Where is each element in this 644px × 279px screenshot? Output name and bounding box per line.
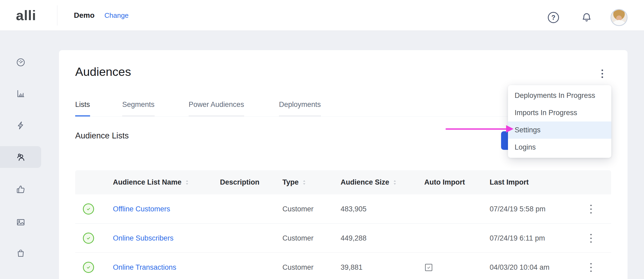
kebab-dot [601,73,603,75]
workspace-name: Demo [74,0,95,31]
last-import-cell: 04/03/20 10:04 am [490,253,549,279]
column-header-audience-list-name[interactable]: Audience List Name [113,170,189,194]
row-options-menu-button[interactable] [584,202,598,216]
tab-power-audiences[interactable]: Power Audiences [189,100,244,117]
table-row: Offline Customers Customer 483,905 07/24… [75,194,611,224]
alli-logo: alli [16,0,36,31]
section-title: Audience Lists [75,131,129,141]
kebab-dot [590,271,592,272]
size-cell: 449,288 [341,224,367,253]
menu-item-logins[interactable]: Logins [508,139,611,156]
column-header-last-import: Last Import [490,170,529,194]
sidebar-item-dashboard[interactable] [0,51,41,73]
kebab-dot [590,205,592,206]
audiences-people-icon [16,152,26,162]
page-title: Audiences [75,65,131,79]
audience-list-link[interactable]: Online Subscribers [113,224,173,253]
type-cell: Customer [282,224,313,253]
notifications-button[interactable] [581,12,592,24]
kebab-dot [590,212,592,213]
tab-deployments[interactable]: Deployments [279,100,321,117]
row-options-menu-button[interactable] [584,231,598,246]
status-imported-icon [83,262,94,273]
bell-icon [581,12,592,24]
kebab-dot [601,76,603,78]
menu-item-settings[interactable]: Settings [508,121,611,139]
table-row: Online Subscribers Customer 449,288 07/2… [75,224,611,253]
menu-item-deployments-in-progress[interactable]: Deployments In Progress [508,87,611,104]
audience-lists-table: Audience List Name Description Type Audi… [75,170,611,279]
lightning-icon [16,120,26,130]
sort-icon[interactable] [185,180,189,185]
auto-import-checkbox[interactable] [425,264,432,271]
change-workspace-link[interactable]: Change [104,0,129,31]
avatar[interactable] [611,9,628,26]
tab-lists[interactable]: Lists [75,100,90,117]
last-import-cell: 07/24/19 5:58 pm [490,194,545,224]
tab-segments[interactable]: Segments [122,100,155,117]
audience-list-link[interactable]: Offline Customers [113,194,170,224]
topbar: alli Demo Change ? [0,0,644,31]
thumbs-up-icon [16,184,26,194]
size-cell: 483,905 [341,194,367,224]
type-cell: Customer [282,253,313,279]
table-header-row: Audience List Name Description Type Audi… [75,170,611,194]
column-header-auto-import: Auto Import [424,170,465,194]
sidebar-item-activation[interactable] [0,115,41,136]
checkmark-icon [427,265,431,270]
kebab-dot [601,69,603,71]
size-cell: 39,881 [341,253,363,279]
page-options-dropdown: Deployments In Progress Imports In Progr… [508,85,611,158]
page-options-menu-button[interactable] [596,66,609,81]
kebab-dot [590,208,592,210]
row-options-menu-button[interactable] [584,260,598,275]
sort-icon[interactable] [393,180,397,185]
avatar-photo [611,10,627,25]
sidebar-item-creative[interactable] [0,211,41,233]
kebab-dot [590,234,592,235]
annotation-arrow-head [506,125,514,133]
column-header-description[interactable]: Description [220,170,260,194]
sidebar-item-shopping[interactable] [0,242,41,264]
topbar-divider [57,5,57,25]
type-cell: Customer [282,194,313,224]
sidebar-item-approvals[interactable] [0,178,41,200]
column-header-audience-size[interactable]: Audience Size [341,170,397,194]
kebab-dot [590,267,592,268]
gauge-icon [16,57,26,67]
status-imported-icon [83,233,94,244]
kebab-dot [590,263,592,264]
column-header-type[interactable]: Type [282,170,306,194]
sidebar [0,31,41,279]
table-row: Online Transactions Customer 39,881 04/0… [75,253,611,279]
sidebar-item-reports[interactable] [0,83,41,104]
image-icon [16,217,26,227]
help-button[interactable]: ? [548,12,559,23]
audience-list-link[interactable]: Online Transactions [113,253,176,279]
last-import-cell: 07/24/19 6:11 pm [490,224,545,253]
audiences-card: Audiences Lists Segments Power Audiences… [59,50,628,279]
bar-chart-icon [16,89,26,99]
annotation-arrow-line [446,128,507,130]
kebab-dot [590,238,592,239]
help-icon: ? [551,14,555,21]
shopping-bag-icon [16,248,26,258]
status-imported-icon [83,203,94,215]
menu-item-imports-in-progress[interactable]: Imports In Progress [508,104,611,121]
sidebar-item-audiences[interactable] [0,146,41,168]
kebab-dot [590,241,592,243]
sort-icon[interactable] [302,180,306,185]
